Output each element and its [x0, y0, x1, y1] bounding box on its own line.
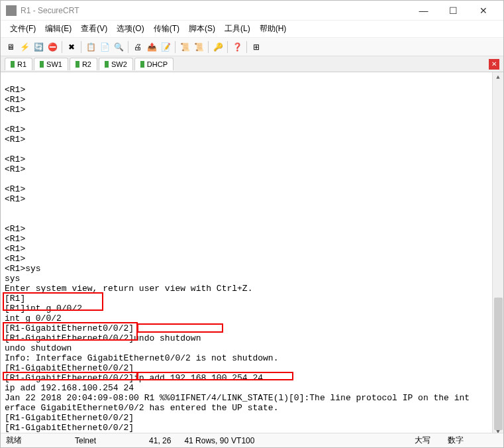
terminal-line: sys: [5, 274, 499, 284]
terminal-line: <R1>: [5, 224, 499, 234]
status-num: 数字: [448, 435, 464, 446]
terminal-line: <R1>: [5, 154, 499, 164]
terminal-line: [R1-GigabitEthernet0/0/2]: [5, 423, 499, 433]
terminal-line: <R1>sys: [5, 264, 499, 274]
tab-status-icon: [140, 61, 144, 68]
toolbar-send-icon[interactable]: 📤: [146, 41, 158, 53]
close-button[interactable]: ✕: [468, 1, 498, 21]
status-term-type: VT100: [231, 436, 254, 445]
terminal-line: <R1>: [5, 85, 499, 95]
status-rows: 41 Rows, 90: [184, 436, 228, 445]
tab-label: R1: [17, 60, 26, 68]
toolbar-cancel-icon[interactable]: ✖: [66, 41, 77, 53]
toolbar-help-icon[interactable]: ❓: [231, 41, 243, 53]
toolbar-copy-icon[interactable]: 📋: [85, 41, 97, 53]
tab-status-icon: [76, 61, 79, 68]
toolbar-script1-icon[interactable]: 📜: [179, 41, 191, 53]
toolbar-separator: [81, 41, 81, 53]
toolbar-script2-icon[interactable]: 📜: [193, 41, 205, 53]
toolbar-separator: [227, 41, 228, 53]
terminal-line: Info: Interface GigabitEthernet0/0/2 is …: [5, 353, 499, 363]
terminal-area[interactable]: <R1><R1><R1> <R1><R1> <R1><R1> <R1><R1> …: [1, 72, 503, 438]
terminal-line: <R1>: [5, 95, 499, 105]
terminal-line: [5, 115, 499, 125]
tab-label: R2: [82, 60, 91, 68]
toolbar-paste-icon[interactable]: 📄: [99, 41, 111, 53]
menu-script[interactable]: 脚本(S): [185, 22, 219, 36]
terminal-line: <R1>: [5, 135, 499, 144]
tab-status-icon: [40, 61, 44, 68]
terminal-line: ip add 192.168.100.254 24: [5, 383, 499, 393]
menu-edit[interactable]: 编辑(E): [41, 22, 76, 36]
terminal-line: [5, 204, 499, 214]
terminal-line: [5, 174, 499, 184]
terminal-line: [R1-GigabitEthernet0/0/2]: [5, 363, 499, 373]
tab-status-icon: [105, 61, 109, 68]
toolbar-key-icon[interactable]: 🔑: [212, 41, 224, 53]
terminal-line: <R1>: [5, 244, 499, 254]
toolbar-separator: [175, 41, 176, 53]
tab-bar: R1SW1R2SW2DHCP ✕: [1, 56, 503, 72]
scroll-thumb[interactable]: [494, 298, 503, 430]
tab-status-icon: [11, 61, 15, 68]
scrollbar[interactable]: ▲ ▼: [492, 72, 503, 438]
toolbar-separator: [62, 41, 62, 53]
terminal-line: [R1]: [5, 294, 499, 304]
terminal-line: Enter system view, return user view with…: [5, 284, 499, 294]
menu-help[interactable]: 帮助(H): [256, 22, 291, 36]
app-icon: [6, 5, 17, 16]
scroll-up-icon[interactable]: ▲: [493, 72, 503, 84]
status-cursor-pos: 41, 26: [149, 436, 171, 445]
toolbar-separator: [246, 41, 247, 53]
toolbar-reconnect-icon[interactable]: 🔄: [32, 41, 44, 53]
terminal-line: erface GigabitEthernet0/0/2 has entered …: [5, 403, 499, 413]
toolbar-print-icon[interactable]: 🖨: [132, 41, 144, 53]
toolbar-new-icon[interactable]: 📝: [160, 41, 172, 53]
terminal-line: [R1-GigabitEthernet0/0/2]ip add 192.168.…: [5, 373, 499, 383]
terminal-line: <R1>: [5, 234, 499, 244]
status-ready: 就绪: [6, 435, 22, 446]
terminal-line: [5, 214, 499, 224]
tab-close-icon[interactable]: ✕: [489, 59, 499, 70]
terminal-line: <R1>: [5, 184, 499, 194]
tab-sw2[interactable]: SW2: [99, 58, 133, 70]
toolbar-quickconnect-icon[interactable]: ⚡: [19, 41, 30, 53]
terminal-line: [5, 75, 499, 85]
terminal-line: [R1-GigabitEthernet0/0/2]: [5, 413, 499, 423]
terminal-line: [R1]int g 0/0/2: [5, 304, 499, 313]
terminal-line: [5, 144, 499, 154]
status-protocol: Telnet: [75, 436, 96, 445]
tab-r2[interactable]: R2: [70, 58, 97, 70]
terminal-line: [R1-GigabitEthernet0/0/2]undo shutdown: [5, 333, 499, 343]
terminal-line: undo shutdown: [5, 343, 499, 353]
terminal-line: Jan 22 2018 20:04:09-08:00 R1 %%01IFNET/…: [5, 393, 499, 403]
status-caps: 大写: [415, 435, 430, 446]
tab-label: DHCP: [147, 60, 168, 68]
toolbar-connect-icon[interactable]: 🖥: [5, 41, 17, 53]
toolbar-options-icon[interactable]: ⊞: [250, 41, 262, 53]
status-bar: 就绪 Telnet 41, 26 41 Rows, 90 VT100 大写 数字: [1, 433, 503, 447]
window-title: R1 - SecureCRT: [21, 6, 409, 15]
terminal-line: <R1>: [5, 194, 499, 204]
menu-transfer[interactable]: 传输(T): [150, 22, 183, 36]
tab-label: SW1: [46, 60, 62, 68]
menu-options[interactable]: 选项(O): [113, 22, 148, 36]
maximize-button[interactable]: ☐: [438, 1, 468, 21]
menu-file[interactable]: 文件(F): [6, 22, 40, 36]
terminal-line: <R1>: [5, 164, 499, 174]
tab-sw1[interactable]: SW1: [34, 58, 68, 70]
menu-tools[interactable]: 工具(L): [221, 22, 254, 36]
terminal-line: int g 0/0/2: [5, 313, 499, 323]
tab-r1[interactable]: R1: [5, 58, 32, 70]
terminal-line: <R1>: [5, 254, 499, 264]
titlebar: R1 - SecureCRT — ☐ ✕: [1, 1, 503, 21]
tab-dhcp[interactable]: DHCP: [134, 58, 174, 70]
minimize-button[interactable]: —: [409, 1, 438, 21]
terminal-line: [R1-GigabitEthernet0/0/2]: [5, 323, 499, 333]
menu-view[interactable]: 查看(V): [77, 22, 111, 36]
toolbar-separator: [128, 41, 128, 53]
toolbar-disconnect-icon[interactable]: ⛔: [46, 41, 58, 53]
menubar: 文件(F) 编辑(E) 查看(V) 选项(O) 传输(T) 脚本(S) 工具(L…: [1, 21, 503, 38]
terminal-line: <R1>: [5, 105, 499, 115]
toolbar-find-icon[interactable]: 🔍: [113, 41, 125, 53]
